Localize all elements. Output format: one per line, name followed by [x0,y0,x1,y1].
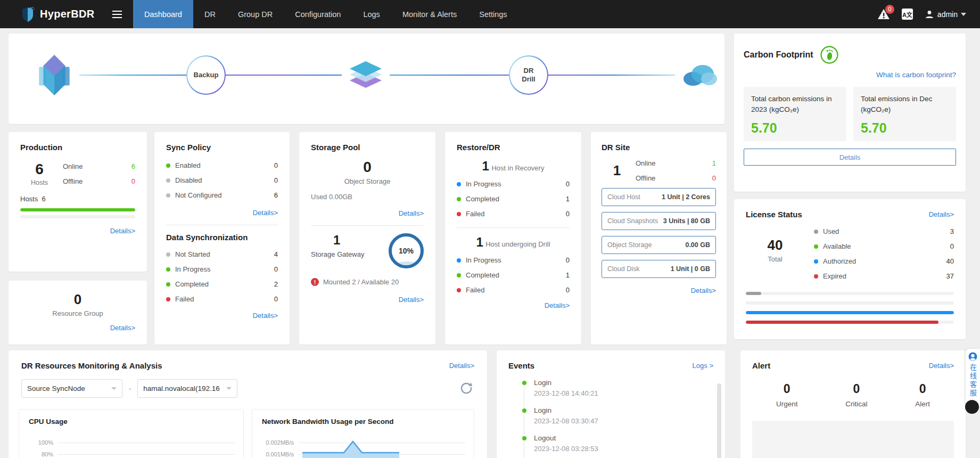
tab-group-dr[interactable]: Group DR [227,0,284,28]
alert-stat: 0 Alert [915,382,930,408]
status-dot [814,230,818,234]
alert-details-link[interactable]: Details> [929,362,954,370]
events-scrollbar[interactable] [717,383,721,458]
production-unit: Hosts [20,179,59,186]
row-label: In Progress [466,256,566,264]
hosts-bar-track [20,208,135,211]
production-details-link[interactable]: Details> [110,227,135,235]
carbon-month-box: Total emissions in Dec (kgCO₂e) 5.70 [853,87,956,141]
carbon-title: Carbon Footprint [744,50,813,60]
object-storage-count: 0 [311,159,424,175]
box-label: Cloud Host [607,193,640,201]
row-label: Failed [175,295,274,303]
box-label: Cloud Snapshots [607,217,658,225]
language-icon[interactable]: A文 [902,9,913,20]
production-icon [38,54,71,96]
hosts-bar-track-2 [20,215,135,218]
restore-dr-card: Restore/DR 1 Host in Recovery In Progres… [445,132,581,345]
restore-dr-title: Restore/DR [457,143,570,152]
row-value: 1 [566,195,570,203]
row-value: 2 [274,280,278,288]
resource-group-details-link[interactable]: Details> [110,324,135,332]
row-label: Available [823,242,950,250]
host-select[interactable]: hamal.novalocal(192.16 [137,379,237,398]
bar-fill [746,321,938,324]
gauge-value: 10% [399,247,414,255]
tab-logs[interactable]: Logs [352,0,391,28]
monitoring-details-link[interactable]: Details> [449,362,474,370]
tab-dr[interactable]: DR [193,0,227,28]
status-dot [814,274,818,279]
drill-count: 1 [476,235,483,249]
dr-offline-label: Offline [636,174,712,182]
carbon-year-label: Total carbon emissions in 2023 (kgCO₂e) [751,94,839,116]
row-label: Failed [466,286,566,294]
dr-site-details-link[interactable]: Details> [691,287,716,295]
gateway-mounted-text: Mounted 2 / Available 20 [323,278,399,286]
dashboard-screen: HyperBDR Dashboard DR Group DR Configura… [0,0,980,458]
resource-group-count: 0 [20,292,135,307]
alerts-bell[interactable]: 0 [877,8,890,21]
drill-label: Host undergoing Drill [485,240,550,248]
license-bar-available [746,301,954,305]
event-title: Login [534,406,710,414]
source-node-select[interactable]: Source SyncNode [21,379,122,398]
sync-policy-details-link[interactable]: Details> [253,209,278,217]
row-value: 1 [566,271,570,279]
box-value: 3 Units | 80 GB [663,217,710,225]
alert-label: Alert [915,400,930,408]
production-title: Production [20,143,135,152]
dr-offline-value: 0 [712,174,716,182]
dr-site-count: 1 [602,163,632,178]
row-value: 3 [950,227,954,235]
row-value: 0 [566,210,570,218]
brand: HyperBDR [0,0,101,28]
alert-value: 0 [915,382,930,396]
storage-pool-details-link[interactable]: Details> [399,209,424,217]
gauge-wave [395,261,418,268]
event-item: Login 2023-12-08 14:40:21 [522,379,710,397]
gateway-count: 1 [333,233,389,247]
tab-settings[interactable]: Settings [468,0,518,28]
tab-monitor-alerts[interactable]: Monitor & Alerts [391,0,468,28]
status-dot [457,288,461,292]
event-title: Logout [534,434,710,442]
data-sync-details-link[interactable]: Details> [253,312,278,320]
restore-dr-details-link[interactable]: Details> [545,301,570,309]
status-dot [457,258,461,263]
status-dot [457,273,461,277]
carbon-details-button[interactable]: Details [744,149,956,166]
cpu-chart-title: CPU Usage [19,410,243,426]
status-dot [457,197,461,201]
online-support-widget[interactable]: 在线客服 [966,349,980,406]
carbon-help-link[interactable]: What is carbon footprint? [876,71,956,79]
offline-label: Offline [63,177,131,185]
user-menu[interactable]: admin [925,10,966,19]
cloud-snapshots-box: Cloud Snapshots3 Units | 80 GB [602,212,716,230]
warning-circle-icon: ! [311,278,319,286]
license-bar-authorized [746,311,954,314]
gateway-details-link[interactable]: Details> [399,296,424,304]
hosts-bar-label: Hosts [20,195,38,203]
row-label: Completed [466,195,566,203]
menu-toggle-icon[interactable] [101,0,133,28]
refresh-icon[interactable] [458,380,474,396]
row-label: Authorized [823,257,946,265]
license-bar-expired [746,321,954,324]
box-value: 0.00 GB [685,241,710,249]
row-value: 0 [274,295,278,303]
storage-pool-card: Storage Pool 0 Object Storage Used 0.00G… [299,132,435,345]
license-details-link[interactable]: Details> [929,210,954,218]
tab-dashboard[interactable]: Dashboard [133,0,193,28]
brand-name: HyperBDR [40,8,94,20]
event-time: 2023-12-08 03:28:53 [534,445,710,453]
bar-fill [746,311,954,314]
event-item: Login 2023-12-08 03:30:47 [522,406,710,425]
row-label: In Progress [466,180,566,188]
events-logs-link[interactable]: Logs > [693,362,713,370]
license-title: License Status [746,210,802,219]
row-label: Expired [823,272,946,280]
backup-step-label: Backup [194,71,219,79]
floating-button-partial[interactable] [965,400,979,414]
tab-configuration[interactable]: Configuration [284,0,352,28]
